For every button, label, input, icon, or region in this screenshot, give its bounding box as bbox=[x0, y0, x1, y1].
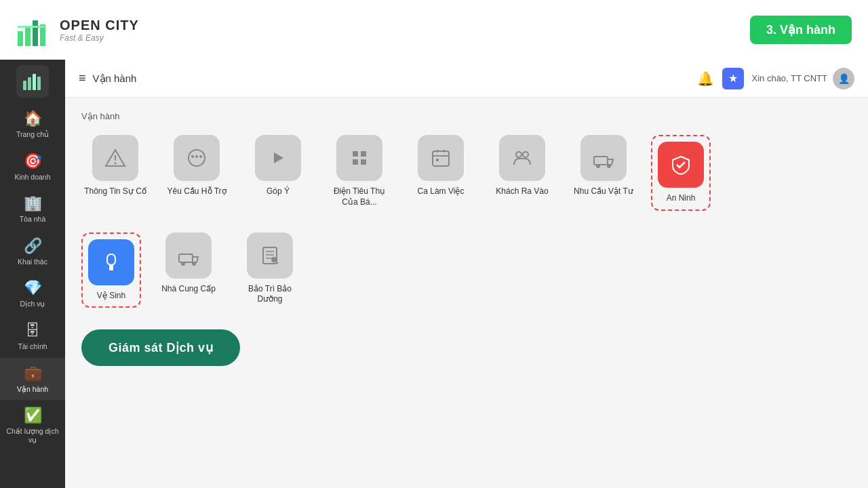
content-area: ≡ Vận hành 🔔 ★ Xin chào, TT CNTT 👤 Vận h… bbox=[65, 60, 868, 488]
sidebar-label-van-hanh: Vận hành bbox=[17, 385, 48, 394]
svg-rect-20 bbox=[361, 159, 366, 165]
van-hanh-icon: 💼 bbox=[24, 365, 42, 382]
svg-point-14 bbox=[195, 155, 198, 158]
menu-icon[interactable]: ≡ bbox=[79, 71, 86, 85]
svg-rect-19 bbox=[353, 159, 358, 165]
inner-header: ≡ Vận hành 🔔 ★ Xin chào, TT CNTT 👤 bbox=[65, 60, 868, 98]
nha-cung-cap-icon bbox=[165, 232, 212, 279]
sidebar-item-dich-vu[interactable]: 💎 Dịch vụ bbox=[0, 272, 65, 315]
kinh-doanh-icon: 🎯 bbox=[24, 152, 42, 170]
svg-point-35 bbox=[181, 262, 185, 266]
sidebar: 🏠 Trang chủ 🎯 Kinh doanh 🏢 Tòa nhà 🔗 Kha… bbox=[0, 60, 65, 488]
logo-text: OPEN CITY Fast & Easy bbox=[60, 18, 139, 43]
nha-cung-cap-label: Nhà Cung Cấp bbox=[161, 284, 216, 295]
grid-item-khach-ra-vao[interactable]: Khách Ra Vào bbox=[488, 135, 556, 211]
sidebar-item-trang-chu[interactable]: 🏠 Trang chủ bbox=[0, 103, 65, 146]
svg-rect-17 bbox=[353, 151, 358, 157]
toa-nha-icon: 🏢 bbox=[24, 195, 42, 212]
dich-vu-icon: 💎 bbox=[24, 279, 42, 297]
an-ninh-label: An Ninh bbox=[667, 193, 696, 204]
sidebar-item-chat-luong[interactable]: ✅ Chất lượng dịch vụ bbox=[0, 400, 65, 451]
svg-rect-6 bbox=[28, 77, 31, 90]
home-icon: 🏠 bbox=[24, 110, 42, 127]
sidebar-label-tai-chinh: Tài chính bbox=[18, 342, 47, 351]
sidebar-item-van-hanh[interactable]: 💼 Vận hành bbox=[0, 358, 65, 401]
bottom-button-area: Giám sát Dịch vụ bbox=[81, 329, 852, 366]
khai-thac-icon: 🔗 bbox=[24, 237, 42, 255]
svg-point-27 bbox=[523, 152, 528, 157]
bell-icon[interactable]: 🔔 bbox=[697, 70, 714, 87]
ve-sinh-label: Vệ Sinh bbox=[97, 291, 125, 302]
sidebar-label-trang-chu: Trang chủ bbox=[16, 130, 49, 139]
an-ninh-icon bbox=[658, 142, 704, 188]
grid-item-an-ninh[interactable]: An Ninh bbox=[651, 135, 711, 211]
svg-rect-7 bbox=[33, 74, 36, 90]
svg-rect-1 bbox=[25, 26, 31, 46]
svg-rect-18 bbox=[361, 151, 366, 157]
grid-item-yeu-cau-ho-tro[interactable]: Yêu Cầu Hỗ Trợ bbox=[163, 135, 231, 211]
khach-ra-vao-icon bbox=[499, 135, 545, 181]
logo-title: OPEN CITY bbox=[60, 18, 139, 33]
inner-title: Vận hành bbox=[93, 73, 137, 85]
service-monitor-button[interactable]: Giám sát Dịch vụ bbox=[81, 329, 240, 366]
sidebar-label-khai-thac: Khai thác bbox=[18, 258, 47, 266]
svg-point-15 bbox=[199, 155, 202, 158]
sidebar-label-chat-luong: Chất lượng dịch vụ bbox=[3, 427, 62, 444]
khach-ra-vao-label: Khách Ra Vào bbox=[496, 186, 548, 197]
svg-point-36 bbox=[192, 262, 196, 266]
page-content: Vận hành Thông Tin Sự Cố Yêu Cầu Hỗ Trợ bbox=[65, 98, 868, 488]
svg-rect-0 bbox=[18, 31, 23, 46]
svg-point-29 bbox=[596, 164, 600, 168]
sidebar-item-tai-chinh[interactable]: 🗄 Tài chính bbox=[0, 315, 65, 358]
svg-point-41 bbox=[271, 257, 277, 262]
nhu-cau-vat-tu-label: Nhu Cầu Vật Tư bbox=[574, 186, 633, 197]
grid-item-nha-cung-cap[interactable]: Nhà Cung Cấp bbox=[155, 232, 222, 308]
star-icon[interactable]: ★ bbox=[722, 68, 744, 89]
svg-rect-4 bbox=[18, 26, 45, 28]
grid-item-ve-sinh[interactable]: Vệ Sinh bbox=[81, 232, 141, 308]
thong-tin-su-co-icon bbox=[92, 135, 138, 181]
grid-item-bao-tri-bao-duong[interactable]: Bảo Trì Bảo Dưỡng bbox=[236, 232, 304, 308]
gop-y-icon bbox=[255, 135, 301, 181]
dien-tieu-thu-icon bbox=[336, 135, 382, 181]
sidebar-item-toa-nha[interactable]: 🏢 Tòa nhà bbox=[0, 188, 65, 230]
sidebar-label-toa-nha: Tòa nhà bbox=[20, 215, 46, 224]
sidebar-item-khai-thac[interactable]: 🔗 Khai thác bbox=[0, 230, 65, 273]
svg-point-30 bbox=[607, 164, 611, 168]
ve-sinh-icon bbox=[88, 239, 134, 285]
inner-header-left: ≡ Vận hành bbox=[79, 71, 136, 85]
svg-rect-34 bbox=[179, 254, 193, 262]
grid-item-thong-tin-su-co[interactable]: Thông Tin Sự Cố bbox=[81, 135, 149, 211]
inner-header-right: 🔔 ★ Xin chào, TT CNTT 👤 bbox=[697, 68, 855, 89]
breadcrumb: Vận hành bbox=[81, 111, 852, 121]
ca-lam-viec-label: Ca Làm Việc bbox=[418, 186, 465, 197]
user-avatar: 👤 bbox=[833, 68, 854, 89]
sidebar-item-kinh-doanh[interactable]: 🎯 Kinh doanh bbox=[0, 146, 65, 188]
gop-y-label: Góp Ý bbox=[267, 186, 290, 197]
svg-marker-16 bbox=[274, 152, 283, 163]
grid-item-ca-lam-viec[interactable]: Ca Làm Việc bbox=[407, 135, 475, 211]
svg-rect-21 bbox=[433, 151, 449, 166]
svg-point-13 bbox=[191, 155, 194, 158]
svg-point-11 bbox=[115, 163, 117, 165]
grid-row-2: Vệ Sinh Nhà Cung Cấp Bảo Trì Bảo Dưỡng bbox=[81, 232, 852, 308]
sidebar-label-kinh-doanh: Kinh doanh bbox=[14, 173, 50, 182]
svg-rect-5 bbox=[23, 81, 26, 90]
svg-rect-25 bbox=[436, 159, 439, 161]
svg-rect-31 bbox=[107, 254, 115, 265]
grid-row-1: Thông Tin Sự Cố Yêu Cầu Hỗ Trợ Góp Ý bbox=[81, 135, 852, 211]
grid-item-nhu-cau-vat-tu[interactable]: Nhu Cầu Vật Tư bbox=[570, 135, 637, 211]
sidebar-logo bbox=[16, 65, 49, 98]
grid-item-gop-y[interactable]: Góp Ý bbox=[244, 135, 312, 211]
svg-rect-2 bbox=[33, 20, 38, 46]
svg-rect-8 bbox=[37, 77, 41, 90]
yeu-cau-ho-tro-label: Yêu Cầu Hỗ Trợ bbox=[167, 186, 226, 197]
grid-item-dien-tieu-thu[interactable]: Điện Tiêu Thụ Của Bá... bbox=[326, 135, 393, 211]
logo-icon bbox=[16, 12, 52, 47]
ca-lam-viec-icon bbox=[418, 135, 464, 181]
thong-tin-su-co-label: Thông Tin Sự Cố bbox=[84, 186, 146, 197]
sidebar-label-dich-vu: Dịch vụ bbox=[20, 300, 45, 308]
header-badge: 3. Vận hành bbox=[750, 16, 852, 44]
bao-tri-bao-duong-label: Bảo Trì Bảo Dưỡng bbox=[236, 284, 304, 305]
yeu-cau-ho-tro-icon bbox=[174, 135, 220, 181]
